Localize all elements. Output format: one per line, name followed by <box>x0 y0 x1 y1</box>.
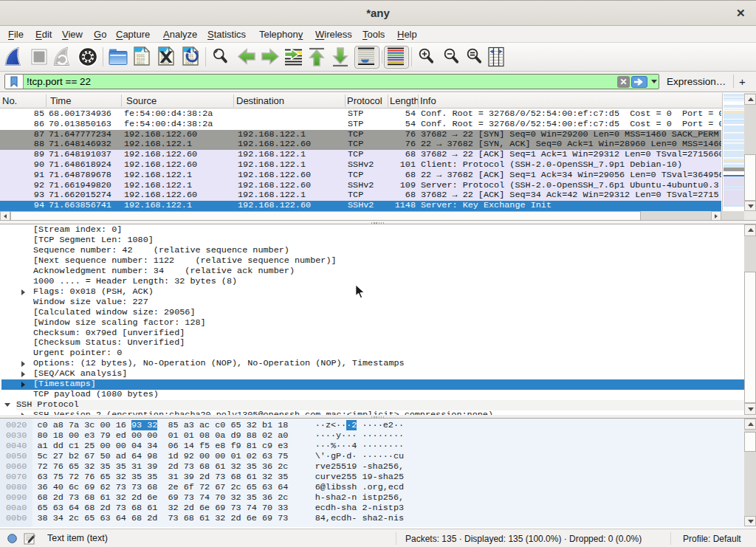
svg-text:0011: 0011 <box>137 61 145 65</box>
